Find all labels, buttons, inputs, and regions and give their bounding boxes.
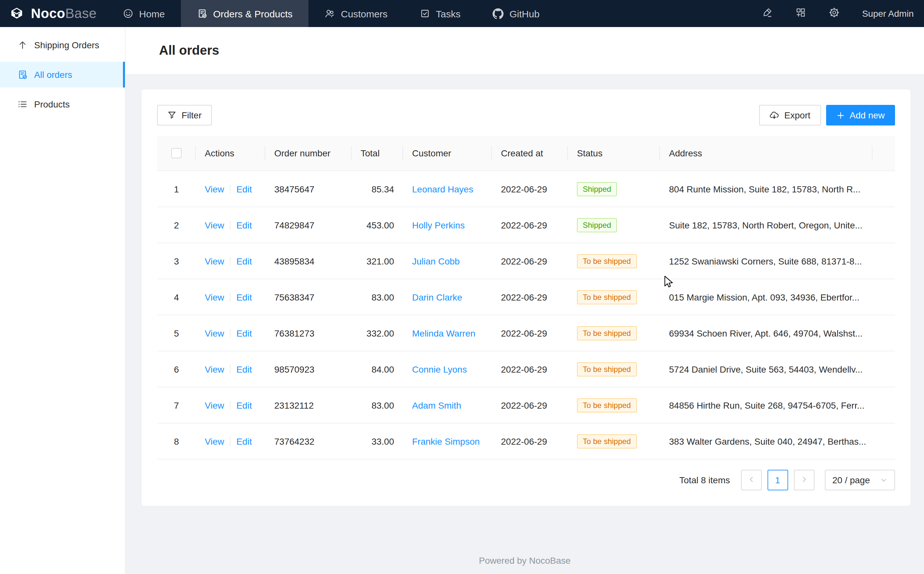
view-link[interactable]: View bbox=[205, 292, 224, 302]
customer-link[interactable]: Connie Lyons bbox=[412, 364, 467, 374]
chevron-left-icon bbox=[747, 474, 755, 486]
customer-link[interactable]: Holly Perkins bbox=[412, 220, 464, 230]
sidebar-item-all-orders[interactable]: All orders bbox=[0, 62, 125, 88]
content-area: Filter Export bbox=[126, 74, 924, 506]
plugin-add-button[interactable] bbox=[795, 7, 806, 20]
actions-cell: ViewEdit bbox=[196, 207, 265, 243]
plus-icon bbox=[836, 111, 845, 119]
select-all-checkbox[interactable] bbox=[171, 148, 182, 158]
table-row: 2ViewEdit74829847453.00Holly Perkins2022… bbox=[157, 207, 895, 243]
column-header-label: Status bbox=[577, 148, 602, 158]
nav-item-orders-products[interactable]: Orders & Products bbox=[181, 0, 309, 27]
sidebar-item-shipping-orders[interactable]: Shipping Orders bbox=[0, 32, 125, 58]
row-index: 3 bbox=[174, 256, 179, 266]
customer-cell: Leonard Hayes bbox=[403, 171, 492, 207]
address-cell: Suite 182, 15783, North Robert, Oregon, … bbox=[660, 207, 872, 243]
arrow-up-icon bbox=[17, 40, 28, 50]
total-cell: 83.00 bbox=[352, 279, 403, 315]
created-at-cell: 2022-06-29 bbox=[492, 315, 568, 351]
actions-divider bbox=[230, 437, 231, 446]
status-cell: To be shipped bbox=[568, 243, 660, 279]
customer-link[interactable]: Leonard Hayes bbox=[412, 184, 473, 194]
edit-link[interactable]: Edit bbox=[236, 220, 252, 230]
row-index: 4 bbox=[174, 292, 179, 302]
nav-item-github[interactable]: GitHub bbox=[477, 0, 556, 27]
gear-button[interactable] bbox=[829, 7, 840, 20]
customer-link[interactable]: Adam Smith bbox=[412, 400, 461, 410]
sidebar-item-label: Products bbox=[34, 99, 70, 109]
cloud-download-icon bbox=[769, 110, 779, 120]
github-icon bbox=[493, 8, 504, 19]
created-at-cell: 2022-06-29 bbox=[492, 243, 568, 279]
row-index: 6 bbox=[174, 364, 179, 374]
filler-cell bbox=[872, 243, 895, 279]
edit-link[interactable]: Edit bbox=[236, 184, 252, 194]
view-link[interactable]: View bbox=[205, 364, 224, 374]
row-index-cell: 2 bbox=[157, 207, 196, 243]
row-index-cell: 7 bbox=[157, 387, 196, 423]
total-cell: 33.00 bbox=[352, 423, 403, 459]
highlighter-button[interactable] bbox=[762, 7, 773, 20]
user-menu[interactable]: Super Admin bbox=[862, 8, 914, 19]
order-number-cell: 76381273 bbox=[265, 315, 352, 351]
order-number-cell: 43895834 bbox=[265, 243, 352, 279]
edit-link[interactable]: Edit bbox=[236, 292, 252, 302]
total-cell: 332.00 bbox=[352, 315, 403, 351]
edit-link[interactable]: Edit bbox=[236, 364, 252, 374]
sidebar-item-products[interactable]: Products bbox=[0, 91, 125, 117]
nav-menu: HomeOrders & ProductsCustomersTasksGitHu… bbox=[107, 0, 556, 27]
view-link[interactable]: View bbox=[205, 220, 224, 230]
customer-link[interactable]: Julian Cobb bbox=[412, 256, 460, 266]
row-index-cell: 4 bbox=[157, 279, 196, 315]
orders-table: ActionsOrder numberTotalCustomerCreated … bbox=[157, 136, 895, 459]
customer-link[interactable]: Darin Clarke bbox=[412, 292, 462, 302]
status-cell: To be shipped bbox=[568, 315, 660, 351]
status-cell: To be shipped bbox=[568, 387, 660, 423]
add-new-button[interactable]: Add new bbox=[826, 105, 895, 126]
pagination-next-button[interactable] bbox=[794, 470, 814, 490]
pagination-prev-button[interactable] bbox=[741, 470, 761, 490]
order-number-cell: 75638347 bbox=[265, 279, 352, 315]
nav-left: NocoBase HomeOrders & ProductsCustomersT… bbox=[0, 0, 762, 27]
customer-cell: Julian Cobb bbox=[403, 243, 492, 279]
export-button[interactable]: Export bbox=[759, 105, 821, 126]
edit-link[interactable]: Edit bbox=[236, 328, 252, 338]
column-header-label: Address bbox=[669, 148, 702, 158]
edit-link[interactable]: Edit bbox=[236, 400, 252, 410]
view-link[interactable]: View bbox=[205, 400, 224, 410]
nav-item-home[interactable]: Home bbox=[107, 0, 181, 27]
edit-link[interactable]: Edit bbox=[236, 436, 252, 446]
nav-item-label: GitHub bbox=[510, 8, 540, 19]
filler-cell bbox=[872, 171, 895, 207]
row-index: 8 bbox=[174, 436, 179, 446]
total-cell: 453.00 bbox=[352, 207, 403, 243]
logo-noco: Noco bbox=[31, 6, 65, 20]
table-row: 5ViewEdit76381273332.00Melinda Warren202… bbox=[157, 315, 895, 352]
nocobase-logo[interactable]: NocoBase bbox=[0, 0, 107, 27]
page-size-select[interactable]: 20 / page bbox=[824, 470, 895, 490]
filter-button[interactable]: Filter bbox=[157, 105, 212, 126]
order-number-cell: 98570923 bbox=[265, 352, 352, 387]
pagination-page-1[interactable]: 1 bbox=[767, 470, 788, 490]
nav-item-tasks[interactable]: Tasks bbox=[404, 0, 477, 27]
column-header-label: Customer bbox=[412, 148, 451, 158]
column-header-order-number: Order number bbox=[265, 136, 352, 170]
order-number-cell: 38475647 bbox=[265, 171, 352, 207]
view-link[interactable]: View bbox=[205, 436, 224, 446]
sidebar: Shipping OrdersAll ordersProducts bbox=[0, 27, 126, 574]
actions-divider bbox=[230, 401, 231, 410]
add-new-label: Add new bbox=[850, 110, 885, 120]
nav-item-customers[interactable]: Customers bbox=[309, 0, 404, 27]
customer-link[interactable]: Melinda Warren bbox=[412, 328, 475, 338]
view-link[interactable]: View bbox=[205, 256, 224, 266]
customer-link[interactable]: Frankie Simpson bbox=[412, 436, 480, 446]
status-cell: Shipped bbox=[568, 207, 660, 243]
view-link[interactable]: View bbox=[205, 328, 224, 338]
created-at-cell: 2022-06-29 bbox=[492, 207, 568, 243]
column-header-created-at: Created at bbox=[492, 136, 568, 170]
column-header-total: Total bbox=[352, 136, 403, 170]
address-cell: 804 Runte Mission, Suite 182, 15783, Nor… bbox=[660, 171, 872, 207]
edit-link[interactable]: Edit bbox=[236, 256, 252, 266]
actions-divider bbox=[230, 256, 231, 265]
view-link[interactable]: View bbox=[205, 184, 224, 194]
